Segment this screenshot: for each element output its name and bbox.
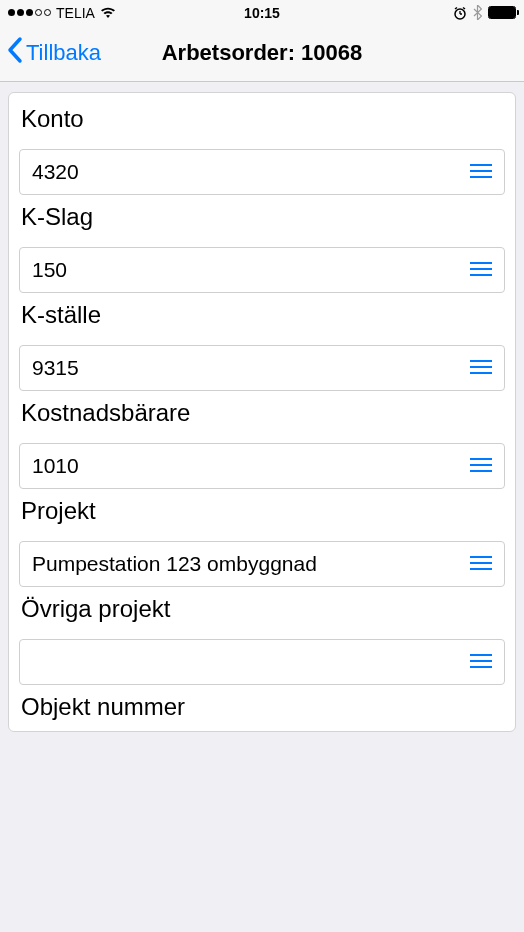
page-title: Arbetsorder: 10068 [162,40,363,66]
list-icon [470,356,492,380]
list-icon [470,258,492,282]
svg-line-4 [463,7,465,9]
label-projekt: Projekt [19,493,505,541]
status-right [453,5,516,20]
bluetooth-icon [473,5,482,20]
input-konto[interactable]: 4320 [19,149,505,195]
form-card: Konto 4320 K-Slag 150 K-ställe 9315 Kost… [8,92,516,732]
input-kstalle[interactable]: 9315 [19,345,505,391]
label-kstalle: K-ställe [19,297,505,345]
status-left: TELIA [8,5,116,21]
carrier-label: TELIA [56,5,95,21]
list-icon [470,160,492,184]
list-icon [470,454,492,478]
battery-icon [488,6,516,19]
alarm-icon [453,6,467,20]
list-icon [470,552,492,576]
value-konto: 4320 [32,160,79,184]
input-kostnadsbarare[interactable]: 1010 [19,443,505,489]
label-kslag: K-Slag [19,199,505,247]
signal-strength-icon [8,9,51,16]
wifi-icon [100,7,116,19]
list-icon [470,650,492,674]
input-ovrigaprojekt[interactable] [19,639,505,685]
value-kstalle: 9315 [32,356,79,380]
input-projekt[interactable]: Pumpestation 123 ombyggnad [19,541,505,587]
svg-line-3 [455,7,457,9]
back-button[interactable]: Tillbaka [6,36,101,70]
value-kslag: 150 [32,258,67,282]
label-ovrigaprojekt: Övriga projekt [19,591,505,639]
label-kostnadsbarare: Kostnadsbärare [19,395,505,443]
status-bar: TELIA 10:15 [0,0,524,25]
label-objektnummer: Objekt nummer [19,689,505,731]
back-label: Tillbaka [26,40,101,66]
label-konto: Konto [19,101,505,149]
chevron-left-icon [6,36,24,70]
status-time: 10:15 [244,5,280,21]
value-projekt: Pumpestation 123 ombyggnad [32,552,317,576]
input-kslag[interactable]: 150 [19,247,505,293]
nav-bar: Tillbaka Arbetsorder: 10068 [0,25,524,82]
content: Konto 4320 K-Slag 150 K-ställe 9315 Kost… [0,82,524,732]
value-kostnadsbarare: 1010 [32,454,79,478]
